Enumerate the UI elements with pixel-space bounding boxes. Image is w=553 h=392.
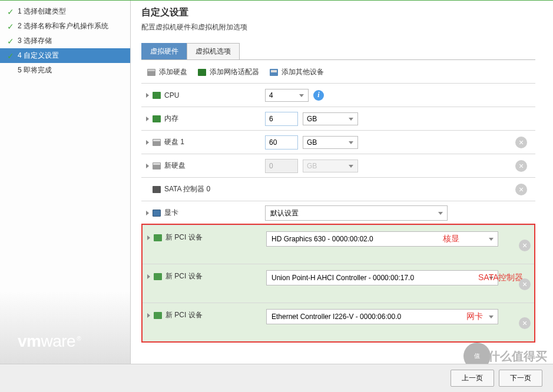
remove-disk1-button[interactable]: ×	[515, 137, 527, 148]
remove-pci3-button[interactable]: ×	[519, 317, 531, 329]
add-nic-button[interactable]: 添加网络适配器	[198, 67, 259, 77]
pci-icon	[154, 234, 162, 241]
disk-icon	[153, 139, 161, 146]
vmware-logo: vmware®	[0, 332, 130, 364]
disk-icon	[153, 162, 161, 170]
tab-bar: 虚拟硬件 虚拟机选项	[141, 43, 535, 60]
expand-icon[interactable]	[147, 313, 150, 318]
memory-icon	[153, 115, 161, 122]
content-area: 自定义设置 配置虚拟机硬件和虚拟机附加选项 虚拟硬件 虚拟机选项 添加硬盘 添加…	[131, 1, 553, 364]
expand-icon[interactable]	[146, 211, 149, 215]
expand-icon[interactable]	[146, 93, 149, 98]
info-icon[interactable]: i	[313, 90, 324, 101]
check-icon: ✓	[7, 22, 14, 31]
disk1-unit-select[interactable]: GB	[303, 136, 358, 149]
check-icon: ✓	[7, 37, 14, 45]
remove-pci2-button[interactable]: ×	[519, 278, 531, 290]
step-label: 1 选择创建类型	[18, 6, 66, 16]
remove-sata-button[interactable]: ×	[515, 184, 527, 195]
new-disk-unit-select: GB	[303, 160, 358, 172]
sata-label: SATA 控制器 0	[164, 184, 210, 194]
pci-label: 新 PCI 设备	[165, 271, 203, 281]
memory-input[interactable]	[265, 112, 298, 126]
row-pci-3: 新 PCI 设备 Ethernet Controller I226-V - 00…	[143, 303, 534, 341]
vga-label: 显卡	[164, 208, 178, 218]
step-1[interactable]: ✓1 选择创建类型	[0, 4, 130, 19]
tab-virtual-hardware[interactable]: 虚拟硬件	[141, 43, 187, 59]
pci-highlight-box: 新 PCI 设备 HD Graphics 630 - 0000:00:02.0 …	[141, 224, 535, 343]
pci3-select[interactable]: Ethernet Controller I226-V - 0000:06:00.…	[266, 309, 498, 324]
page-subtitle: 配置虚拟机硬件和虚拟机附加选项	[141, 22, 535, 32]
remove-new-disk-button[interactable]: ×	[515, 160, 527, 172]
remove-pci1-button[interactable]: ×	[519, 240, 531, 251]
nic-icon	[198, 69, 206, 76]
cpu-label: CPU	[164, 91, 179, 99]
memory-label: 内存	[164, 114, 178, 124]
tab-vm-options[interactable]: 虚拟机选项	[187, 43, 240, 59]
device-icon	[270, 69, 278, 76]
row-pci-1: 新 PCI 设备 HD Graphics 630 - 0000:00:02.0 …	[143, 225, 534, 264]
disk-icon	[147, 69, 155, 76]
new-disk-size-input	[265, 159, 298, 173]
memory-unit-select[interactable]: GB	[303, 112, 358, 125]
page-title: 自定义设置	[141, 6, 535, 19]
step-label: 5 即将完成	[18, 65, 52, 75]
pci-icon	[154, 312, 162, 319]
vga-icon	[153, 210, 161, 217]
hardware-toolbar: 添加硬盘 添加网络适配器 添加其他设备	[141, 65, 535, 83]
hardware-list: CPU 4 i 内存 GB 硬盘 1	[141, 83, 535, 343]
main-area: ✓1 选择创建类型 ✓2 选择名称和客户机操作系统 ✓3 选择存储 ✓4 自定义…	[0, 1, 553, 364]
add-disk-button[interactable]: 添加硬盘	[147, 67, 187, 77]
pci2-select[interactable]: Union Point-H AHCI Controller - 0000:00:…	[266, 270, 498, 285]
wizard-sidebar: ✓1 选择创建类型 ✓2 选择名称和客户机操作系统 ✓3 选择存储 ✓4 自定义…	[0, 1, 131, 364]
add-other-device-button[interactable]: 添加其他设备	[270, 67, 324, 77]
next-button[interactable]: 下一页	[499, 370, 542, 387]
expand-icon[interactable]	[147, 235, 150, 240]
new-disk-label: 新硬盘	[164, 161, 186, 171]
pci-label: 新 PCI 设备	[165, 310, 203, 320]
vga-setting-select[interactable]: 默认设置	[265, 205, 448, 221]
disk-label: 硬盘 1	[164, 137, 184, 147]
pci-icon	[154, 273, 162, 280]
step-5[interactable]: ✓5 即将完成	[0, 63, 130, 78]
pci-label: 新 PCI 设备	[165, 232, 203, 242]
check-icon: ✓	[7, 8, 14, 16]
expand-icon[interactable]	[146, 140, 149, 145]
step-label: 2 选择名称和客户机操作系统	[18, 21, 108, 31]
row-new-disk: 新硬盘 GB ×	[141, 154, 535, 177]
pci1-select[interactable]: HD Graphics 630 - 0000:00:02.0	[266, 231, 498, 247]
row-memory: 内存 GB	[141, 107, 535, 130]
row-pci-2: 新 PCI 设备 Union Point-H AHCI Controller -…	[143, 264, 534, 303]
app-window: ✓1 选择创建类型 ✓2 选择名称和客户机操作系统 ✓3 选择存储 ✓4 自定义…	[0, 0, 553, 392]
expand-icon[interactable]	[146, 164, 149, 168]
expand-icon[interactable]	[147, 274, 150, 279]
disk1-size-input[interactable]	[265, 135, 298, 150]
check-icon: ✓	[7, 52, 14, 60]
wizard-footer: 上一页 下一页	[0, 364, 553, 392]
step-label: 4 自定义设置	[18, 51, 59, 61]
step-4[interactable]: ✓4 自定义设置	[0, 48, 130, 63]
row-disk-1: 硬盘 1 GB ×	[141, 130, 535, 154]
row-video-card: 显卡 默认设置	[141, 201, 535, 224]
sata-icon	[153, 186, 161, 193]
cpu-icon	[153, 92, 161, 99]
expand-icon[interactable]	[146, 117, 149, 121]
row-sata-controller: SATA 控制器 0 ×	[141, 177, 535, 201]
step-label: 3 选择存储	[18, 36, 52, 46]
prev-button[interactable]: 上一页	[451, 370, 494, 387]
wizard-steps: ✓1 选择创建类型 ✓2 选择名称和客户机操作系统 ✓3 选择存储 ✓4 自定义…	[0, 1, 130, 78]
step-2[interactable]: ✓2 选择名称和客户机操作系统	[0, 19, 130, 34]
row-cpu: CPU 4 i	[141, 83, 535, 107]
step-3[interactable]: ✓3 选择存储	[0, 34, 130, 48]
cpu-select[interactable]: 4	[265, 89, 309, 102]
